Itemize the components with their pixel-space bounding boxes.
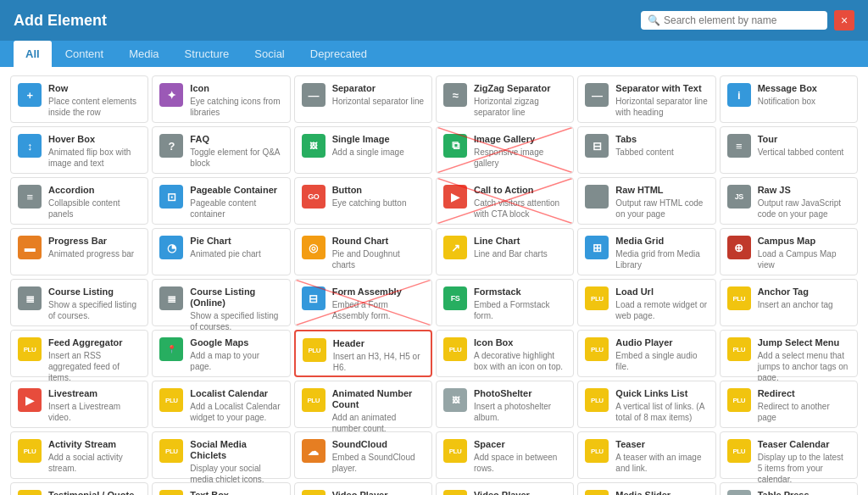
- element-card-formstack[interactable]: FS Formstack Embed a Formstack form.: [436, 279, 574, 326]
- element-card-accordion[interactable]: ≡ Accordion Collapsible content panels: [10, 177, 148, 225]
- element-icon: ✦: [159, 83, 183, 107]
- element-card-progress-bar[interactable]: ▬ Progress Bar Animated progress bar: [10, 228, 148, 275]
- element-card-tour[interactable]: ≡ Tour Vertical tabbed content: [720, 126, 858, 174]
- element-card-google-maps[interactable]: 📍 Google Maps Add a map to your page.: [152, 330, 290, 377]
- tab-media[interactable]: Media: [117, 41, 170, 67]
- element-card-jump-select-menu[interactable]: PLU Jump Select Menu Add a select menu t…: [720, 330, 858, 377]
- tab-social[interactable]: Social: [242, 41, 296, 67]
- element-card-raw-html[interactable]: Raw HTML Output raw HTML code on your pa…: [577, 177, 715, 225]
- element-desc: Collapsible content panels: [48, 197, 141, 220]
- element-desc: Responsive image gallery: [474, 147, 566, 169]
- element-card-media-grid[interactable]: ⊞ Media Grid Media grid from Media Libra…: [577, 228, 715, 275]
- element-name: Audio Player: [615, 337, 708, 348]
- close-button[interactable]: ×: [834, 10, 854, 31]
- element-card-raw-js[interactable]: JS Raw JS Output raw JavaScript code on …: [720, 177, 858, 225]
- element-card-anchor-tag[interactable]: PLU Anchor Tag Insert an anchor tag: [720, 279, 858, 326]
- element-name: Line Chart: [474, 236, 566, 247]
- element-card-photoshelter[interactable]: 🖼 PhotoShelter Insert a photoshelter alb…: [436, 381, 574, 428]
- element-name: Social Media Chiclets: [190, 439, 282, 461]
- element-card-localist-calendar[interactable]: PLU Localist Calendar Add a Localist Cal…: [152, 381, 290, 428]
- element-card-testimonial---quote[interactable]: PLU Testimonial / Quote Add a Testimony …: [10, 482, 148, 495]
- element-card-load-url[interactable]: PLU Load Url Load a remote widget or web…: [577, 279, 715, 326]
- element-card-call-to-action[interactable]: ▶ Call to Action Catch visitors attentio…: [436, 177, 574, 225]
- element-card-header[interactable]: PLU Header Insert an H3, H4, H5 or H6.: [294, 330, 432, 377]
- element-card-teaser[interactable]: PLU Teaser A teaser with an image and li…: [577, 431, 715, 479]
- element-card-course-listing--online-[interactable]: ≣ Course Listing (Online) Show a specifi…: [152, 279, 290, 326]
- element-icon: ≡: [727, 134, 751, 158]
- element-desc: Add a map to your page.: [190, 350, 282, 372]
- element-desc: Display up to the latest 5 items from yo…: [758, 452, 850, 485]
- element-card-soundcloud[interactable]: ☁ SoundCloud Embed a SoundCloud player.: [294, 431, 432, 479]
- element-icon: PLU: [159, 439, 183, 463]
- element-name: FAQ: [190, 134, 282, 145]
- element-name: Single Image: [332, 134, 425, 145]
- element-card-row[interactable]: + Row Place content elements inside the …: [10, 75, 148, 123]
- element-card-tabs[interactable]: ⊟ Tabs Tabbed content: [577, 126, 715, 174]
- element-name: Media Grid: [615, 236, 708, 247]
- element-card-quick-links-list[interactable]: PLU Quick Links List A vertical list of …: [577, 381, 715, 428]
- element-card-teaser-calendar[interactable]: PLU Teaser Calendar Display up to the la…: [720, 431, 858, 479]
- element-card-livestream[interactable]: ▶ Livestream Insert a Livestream video.: [10, 381, 148, 428]
- element-card-media-slider[interactable]: PLU Media Slider Add your media slider.: [577, 482, 715, 495]
- element-icon: PLU: [585, 388, 609, 412]
- element-desc: Embed a Form Assembly form.: [332, 299, 425, 321]
- element-icon: ☁: [302, 439, 326, 463]
- element-card-icon[interactable]: ✦ Icon Eye catching icons from libraries: [152, 75, 290, 123]
- search-input[interactable]: [664, 14, 821, 26]
- element-name: Raw JS: [758, 185, 850, 196]
- element-icon: PLU: [18, 439, 42, 463]
- element-desc: Pie and Doughnut charts: [332, 248, 425, 270]
- element-card-single-image[interactable]: 🖼 Single Image Add a single image: [294, 126, 432, 174]
- element-desc: Horizontal separator line with heading: [615, 96, 708, 118]
- element-name: Progress Bar: [48, 236, 141, 247]
- element-card-campus-map[interactable]: ⊕ Campus Map Load a Campus Map view: [720, 228, 858, 275]
- element-name: Spacer: [474, 439, 566, 450]
- element-name: SoundCloud: [332, 439, 425, 450]
- element-card-redirect[interactable]: PLU Redirect Redirect to another page: [720, 381, 858, 428]
- element-card-audio-player[interactable]: PLU Audio Player Embed a single audio fi…: [577, 330, 715, 377]
- element-desc: Add a select menu that jumps to anchor t…: [758, 350, 850, 383]
- tab-all[interactable]: All: [14, 41, 52, 67]
- element-name: Tour: [758, 134, 850, 145]
- element-icon: —: [302, 83, 326, 107]
- element-card-faq[interactable]: ? FAQ Toggle element for Q&A block: [152, 126, 290, 174]
- element-card-separator[interactable]: — Separator Horizontal separator line: [294, 75, 432, 123]
- element-card-image-gallery[interactable]: ⧉ Image Gallery Responsive image gallery: [436, 126, 574, 174]
- element-card-feed-aggregator[interactable]: PLU Feed Aggregator Insert an RSS aggreg…: [10, 330, 148, 377]
- element-card-round-chart[interactable]: ◎ Round Chart Pie and Doughnut charts: [294, 228, 432, 275]
- element-card-pie-chart[interactable]: ◔ Pie Chart Animated pie chart: [152, 228, 290, 275]
- element-card-social-media-chiclets[interactable]: PLU Social Media Chiclets Display your s…: [152, 431, 290, 479]
- element-card-zigzag-separator[interactable]: ≈ ZigZag Separator Horizontal zigzag sep…: [436, 75, 574, 123]
- element-icon: ⊞: [727, 490, 751, 495]
- element-name: Icon Box: [474, 337, 566, 348]
- tab-structure[interactable]: Structure: [173, 41, 242, 67]
- element-card-message-box[interactable]: i Message Box Notification box: [720, 75, 858, 123]
- tab-deprecated[interactable]: Deprecated: [298, 41, 379, 67]
- element-card-animated-number-count[interactable]: PLU Animated Number Count Add an animate…: [294, 381, 432, 428]
- element-name: Feed Aggregator: [48, 337, 141, 348]
- element-card-video-player[interactable]: PLU Video Player Embed a YouTube or Vime…: [294, 482, 432, 495]
- element-name: Load Url: [615, 286, 708, 298]
- element-card-text-box[interactable]: PLU Text Box A block of text with a WYSI…: [152, 482, 290, 495]
- element-card-line-chart[interactable]: ↗ Line Chart Line and Bar charts: [436, 228, 574, 275]
- element-desc: Horizontal separator line: [332, 96, 425, 107]
- element-card-activity-stream[interactable]: PLU Activity Stream Add a social activit…: [10, 431, 148, 479]
- element-card-hover-box[interactable]: ↕ Hover Box Animated flip box with image…: [10, 126, 148, 174]
- element-card-form-assembly[interactable]: ⊟ Form Assembly Embed a Form Assembly fo…: [294, 279, 432, 326]
- element-card-spacer[interactable]: PLU Spacer Add space in between rows.: [436, 431, 574, 479]
- element-card-course-listing[interactable]: ≣ Course Listing Show a specified listin…: [10, 279, 148, 326]
- element-card-pageable-container[interactable]: ⊡ Pageable Container Pageable content co…: [152, 177, 290, 225]
- search-box[interactable]: 🔍: [641, 11, 827, 30]
- element-name: Separator with Text: [615, 83, 708, 94]
- element-card-table-press[interactable]: ⊞ Table Press Insert your Table Press ta…: [720, 482, 858, 495]
- element-card-video-player--playlist-[interactable]: PLU Video Player (Playlist) Embed a YouT…: [436, 482, 574, 495]
- element-desc: Pageable content container: [190, 197, 282, 220]
- element-card-button[interactable]: GO Button Eye catching button: [294, 177, 432, 225]
- element-card-separator-with-text[interactable]: — Separator with Text Horizontal separat…: [577, 75, 715, 123]
- element-name: Video Player (Playlist): [474, 490, 566, 495]
- element-card-icon-box[interactable]: PLU Icon Box A decorative highlight box …: [436, 330, 574, 377]
- search-icon: 🔍: [648, 14, 660, 26]
- elements-grid: + Row Place content elements inside the …: [0, 67, 868, 495]
- element-name: Form Assembly: [332, 286, 425, 298]
- tab-content[interactable]: Content: [53, 41, 116, 67]
